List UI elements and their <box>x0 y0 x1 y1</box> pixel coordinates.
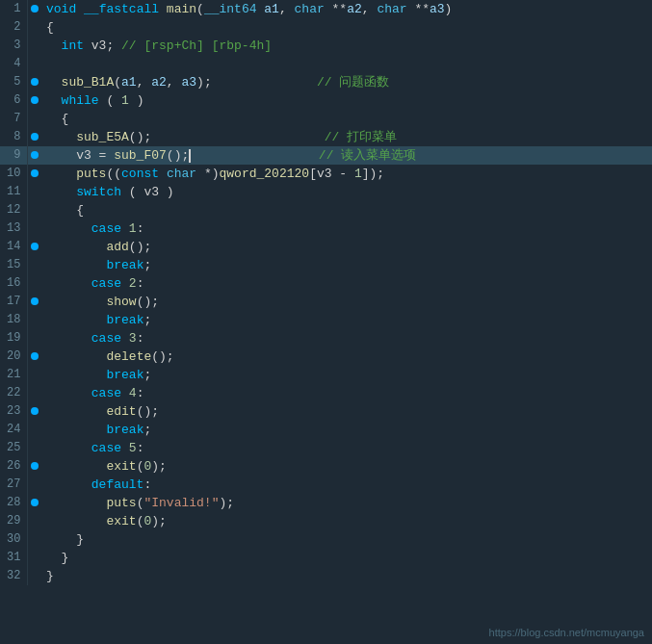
code-content: puts("Invalid!"); <box>42 494 652 512</box>
op-token: ) <box>129 93 144 108</box>
breakpoint-dot[interactable] <box>31 352 39 360</box>
breakpoint-dot[interactable] <box>31 151 39 159</box>
comment-cn-token: // 读入菜单选项 <box>319 148 416 163</box>
plain-token: v3; <box>84 39 121 53</box>
line-number: 8 <box>0 128 27 146</box>
kw-token: const <box>121 167 159 181</box>
plain-token <box>121 221 129 236</box>
fn-token: show <box>106 295 136 309</box>
line-number: 29 <box>0 512 27 530</box>
code-line: 19 case 3: <box>0 329 652 348</box>
code-line: 3 int v3; // [rsp+Ch] [rbp-4h] <box>0 37 652 55</box>
op-token: { <box>62 112 69 126</box>
plain-token <box>46 240 106 254</box>
breakpoint-dot[interactable] <box>31 5 39 13</box>
code-content: break; <box>42 366 652 384</box>
line-number: 19 <box>0 329 27 348</box>
breakpoint-dot[interactable] <box>31 169 39 177</box>
plain-token <box>46 514 106 528</box>
kw-token: void <box>46 2 76 16</box>
plain-token <box>46 258 106 272</box>
watermark: https://blog.csdn.net/mcmuyanga <box>489 627 644 638</box>
op-token: : <box>137 276 144 291</box>
breakpoint-dot[interactable] <box>31 133 39 141</box>
code-line: 25 case 5: <box>0 439 652 457</box>
param-token: a3 <box>430 2 445 16</box>
line-number: 2 <box>0 18 27 37</box>
plain-token <box>46 477 91 492</box>
plain-token <box>46 75 62 90</box>
code-content: show(); <box>42 293 652 311</box>
code-line: 24 break; <box>0 421 652 439</box>
plain-token <box>46 276 91 291</box>
op-token: (); <box>129 240 151 254</box>
op-token: ); <box>151 514 167 528</box>
code-content: case 2: <box>42 274 652 293</box>
code-line: 10 puts((const char *)qword_202120[v3 - … <box>0 165 652 183</box>
line-number: 9 <box>0 146 27 165</box>
line-number: 25 <box>0 439 27 457</box>
breakpoint-dot[interactable] <box>31 407 39 415</box>
plain-token <box>46 441 91 455</box>
op-token: } <box>46 569 54 583</box>
plain-token <box>46 313 106 327</box>
kw-token: switch <box>76 185 121 199</box>
code-line: 17 show(); <box>0 293 652 311</box>
breakpoint-dot[interactable] <box>31 78 39 86</box>
gutter-dot <box>27 402 42 421</box>
plain-token <box>46 532 76 547</box>
gutter-dot <box>27 457 42 476</box>
comment-token: // [rsp+Ch] [rbp-4h] <box>121 39 272 53</box>
kw-token: case <box>91 441 121 455</box>
code-line: 18 break; <box>0 311 652 329</box>
breakpoint-dot[interactable] <box>31 499 39 506</box>
code-line: 12 { <box>0 201 652 219</box>
line-number: 18 <box>0 311 27 329</box>
gutter-dot <box>27 219 42 238</box>
plain-token <box>151 130 324 144</box>
breakpoint-dot[interactable] <box>31 462 39 470</box>
kw-token: while <box>62 93 99 108</box>
line-number: 6 <box>0 91 27 110</box>
code-content: exit(0); <box>42 457 652 476</box>
line-number: 7 <box>0 110 27 128</box>
op-token: ); <box>219 496 234 510</box>
fn-token: puts <box>106 496 136 510</box>
code-content: case 5: <box>42 439 652 457</box>
code-content: } <box>42 549 652 567</box>
plain-token <box>191 148 319 163</box>
gutter-dot <box>27 0 42 18</box>
op-token: (( <box>106 167 121 181</box>
code-line: 2{ <box>0 18 652 37</box>
line-number: 5 <box>0 73 27 91</box>
fn-token: sub_B1A <box>62 75 115 90</box>
param-token: a1 <box>121 75 137 90</box>
plain-token <box>212 75 317 90</box>
op-token <box>159 2 167 16</box>
code-content: edit(); <box>42 402 652 421</box>
kw-token: case <box>91 276 121 291</box>
kw-token: int <box>62 39 84 53</box>
fn-token: puts <box>76 167 106 181</box>
gutter-dot <box>27 18 42 37</box>
op-token: ; <box>143 313 151 327</box>
code-line: 11 switch ( v3 ) <box>0 183 652 201</box>
gutter-dot <box>27 567 42 585</box>
num-token: 1 <box>129 221 137 236</box>
code-content: exit(0); <box>42 512 652 530</box>
op-token: ( v3 ) <box>121 185 174 199</box>
breakpoint-dot[interactable] <box>31 96 39 104</box>
gutter-dot <box>27 439 42 457</box>
gutter-dot <box>27 201 42 219</box>
code-line: 30 } <box>0 530 652 549</box>
code-line: 23 edit(); <box>0 402 652 421</box>
line-number: 14 <box>0 238 27 256</box>
breakpoint-dot[interactable] <box>31 297 39 305</box>
breakpoint-dot[interactable] <box>31 243 39 250</box>
code-line: 20 delete(); <box>0 348 652 366</box>
plain-token <box>46 496 106 510</box>
kw-token: break <box>106 423 143 437</box>
gutter-dot <box>27 37 42 55</box>
op-token: : <box>143 477 151 492</box>
plain-token <box>121 276 129 291</box>
